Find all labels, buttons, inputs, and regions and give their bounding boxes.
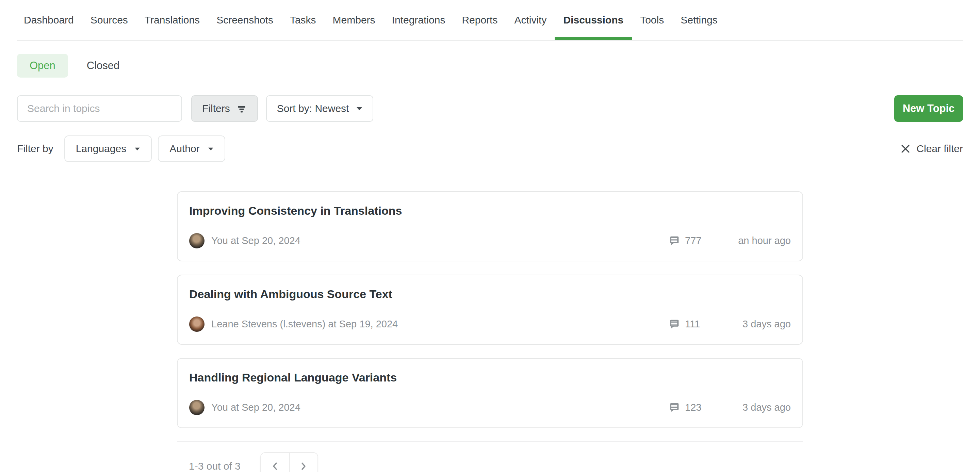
filter-bar: Filter by Languages Author Clear filter <box>17 135 963 162</box>
topic-list: Improving Consistency in Translations Yo… <box>177 191 803 428</box>
topic-title[interactable]: Dealing with Ambiguous Source Text <box>189 288 791 301</box>
new-topic-button[interactable]: New Topic <box>894 95 963 122</box>
nav-item-members[interactable]: Members <box>333 14 375 40</box>
topic-card[interactable]: Improving Consistency in Translations Yo… <box>177 191 803 261</box>
filters-button[interactable]: Filters <box>191 95 258 122</box>
nav-item-tools[interactable]: Tools <box>640 14 664 40</box>
previous-page-button[interactable] <box>261 453 289 472</box>
next-page-button[interactable] <box>289 453 318 472</box>
sort-button-label: Sort by: Newest <box>277 103 349 114</box>
nav-item-screenshots[interactable]: Screenshots <box>216 14 273 40</box>
comment-count: 123 <box>669 402 709 413</box>
topic-time: 3 days ago <box>709 402 791 413</box>
pagination: 1-3 out of 3 <box>177 452 803 472</box>
languages-dropdown[interactable]: Languages <box>64 135 152 162</box>
nav-item-sources[interactable]: Sources <box>91 14 128 40</box>
tab-open[interactable]: Open <box>17 54 68 78</box>
topic-meta: Leane Stevens (l.stevens) at Sep 19, 202… <box>189 316 791 332</box>
chevron-right-icon <box>300 461 307 471</box>
nav-item-translations[interactable]: Translations <box>145 14 200 40</box>
close-icon <box>900 144 911 154</box>
filter-lines-icon <box>236 103 247 114</box>
clear-filter-label: Clear filter <box>916 143 963 154</box>
nav-item-reports[interactable]: Reports <box>462 14 498 40</box>
avatar <box>189 233 205 248</box>
comment-count-value: 777 <box>685 235 701 246</box>
topic-card[interactable]: Dealing with Ambiguous Source Text Leane… <box>177 275 803 345</box>
sort-button[interactable]: Sort by: Newest <box>266 95 374 122</box>
chevron-down-icon <box>356 106 363 111</box>
comment-count: 111 <box>669 318 709 330</box>
nav-item-settings[interactable]: Settings <box>681 14 717 40</box>
topic-author-line: You at Sep 20, 2024 <box>211 235 669 246</box>
comment-count-value: 123 <box>685 402 701 413</box>
topic-title[interactable]: Improving Consistency in Translations <box>189 204 791 218</box>
status-tabs: Open Closed <box>17 54 963 78</box>
comment-count: 777 <box>669 235 709 246</box>
nav-item-activity[interactable]: Activity <box>514 14 546 40</box>
avatar <box>189 316 205 332</box>
pager-control <box>260 452 318 472</box>
toolbar: Filters Sort by: Newest New Topic <box>17 95 963 122</box>
comment-bubble-icon <box>669 235 679 246</box>
comment-count-value: 111 <box>685 318 700 330</box>
top-navigation: Dashboard Sources Translations Screensho… <box>17 0 963 41</box>
topic-card[interactable]: Handling Regional Language Variants You … <box>177 358 803 428</box>
avatar <box>189 400 205 415</box>
chevron-left-icon <box>271 461 279 471</box>
comment-bubble-icon <box>669 402 679 413</box>
filters-button-label: Filters <box>202 103 230 114</box>
topic-time: an hour ago <box>709 235 791 246</box>
nav-item-tasks[interactable]: Tasks <box>290 14 316 40</box>
nav-item-integrations[interactable]: Integrations <box>392 14 445 40</box>
topic-meta: You at Sep 20, 2024 123 3 days ago <box>189 400 791 415</box>
search-input[interactable] <box>17 95 182 122</box>
tab-closed[interactable]: Closed <box>74 54 132 78</box>
topic-author-line: You at Sep 20, 2024 <box>211 402 669 413</box>
nav-item-discussions[interactable]: Discussions <box>555 14 632 40</box>
nav-list: Dashboard Sources Translations Screensho… <box>24 0 963 40</box>
languages-dropdown-label: Languages <box>76 143 126 154</box>
nav-item-dashboard[interactable]: Dashboard <box>24 14 74 40</box>
author-dropdown-label: Author <box>169 143 199 154</box>
clear-filter-button[interactable]: Clear filter <box>900 143 963 154</box>
pagination-summary: 1-3 out of 3 <box>177 461 240 472</box>
topic-title[interactable]: Handling Regional Language Variants <box>189 371 791 384</box>
comment-bubble-icon <box>669 319 679 329</box>
filter-by-label: Filter by <box>17 143 53 154</box>
topic-meta: You at Sep 20, 2024 777 an hour ago <box>189 233 791 248</box>
chevron-down-icon <box>134 147 140 151</box>
author-dropdown[interactable]: Author <box>158 135 225 162</box>
topic-time: 3 days ago <box>709 318 791 330</box>
list-divider <box>177 441 803 442</box>
topic-author-line: Leane Stevens (l.stevens) at Sep 19, 202… <box>211 318 669 330</box>
chevron-down-icon <box>208 147 214 151</box>
